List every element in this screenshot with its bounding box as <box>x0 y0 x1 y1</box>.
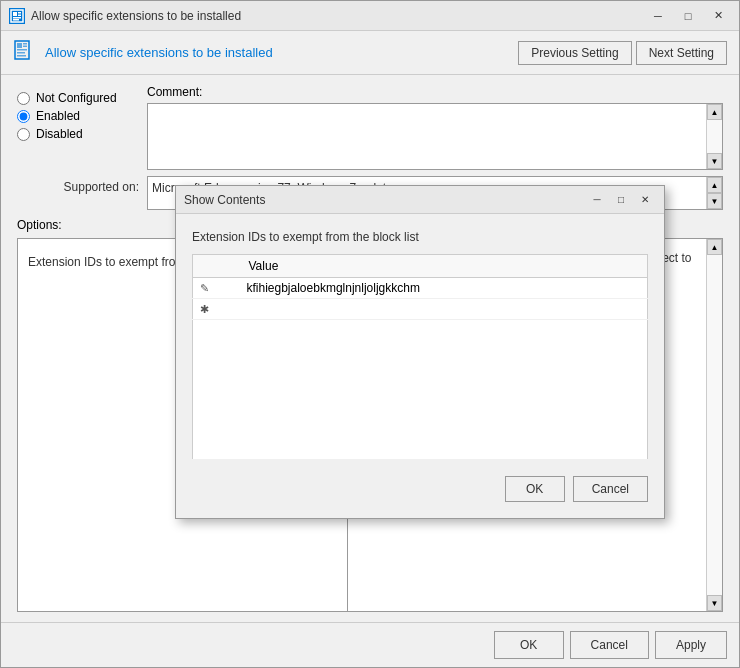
radio-comment-row: Not Configured Enabled Disabled Comment: <box>17 85 723 170</box>
supported-scrollbar: ▲ ▼ <box>706 177 722 209</box>
options-scroll-down[interactable]: ▼ <box>707 595 722 611</box>
pencil-icon-cell: ✎ <box>193 278 217 299</box>
next-setting-button[interactable]: Next Setting <box>636 41 727 65</box>
radio-not-configured[interactable]: Not Configured <box>17 91 147 105</box>
options-scroll-track <box>707 255 722 595</box>
svg-rect-12 <box>17 55 26 57</box>
radio-group: Not Configured Enabled Disabled <box>17 85 147 160</box>
radio-enabled-label: Enabled <box>36 109 80 123</box>
show-contents-dialog: Show Contents ─ □ ✕ Extension IDs to exe… <box>175 185 665 519</box>
radio-enabled-input[interactable] <box>17 110 30 123</box>
options-scroll-up[interactable]: ▲ <box>707 239 722 255</box>
table-col-icon-2 <box>217 255 241 278</box>
close-button[interactable]: ✕ <box>705 6 731 26</box>
svg-rect-11 <box>17 52 25 54</box>
cancel-button[interactable]: Cancel <box>570 631 649 659</box>
maximize-button[interactable]: □ <box>675 6 701 26</box>
header-icon <box>13 39 37 66</box>
dialog-content: Extension IDs to exempt from the block l… <box>176 214 664 518</box>
header-area: Allow specific extensions to be installe… <box>1 31 739 75</box>
table-row-2: ✱ <box>193 299 648 320</box>
comment-scroll-down[interactable]: ▼ <box>707 153 722 169</box>
ok-button[interactable]: OK <box>494 631 564 659</box>
title-bar: Allow specific extensions to be installe… <box>1 1 739 31</box>
table-empty-rows <box>193 320 648 460</box>
dialog-bottom-bar: OK Cancel <box>192 472 648 502</box>
comment-label: Comment: <box>147 85 723 99</box>
empty-cell-2 <box>217 299 241 320</box>
radio-enabled[interactable]: Enabled <box>17 109 147 123</box>
svg-rect-9 <box>23 46 27 48</box>
table-header-row: Value <box>193 255 648 278</box>
star-icon: ✱ <box>200 303 209 315</box>
contents-table: Value ✎ ✱ <box>192 254 648 460</box>
table-col-icon-1 <box>193 255 217 278</box>
dialog-subtitle: Extension IDs to exempt from the block l… <box>192 230 648 244</box>
dialog-close-button[interactable]: ✕ <box>634 191 656 209</box>
table-row: ✎ <box>193 278 648 299</box>
svg-rect-1 <box>13 12 17 16</box>
empty-cell-1 <box>217 278 241 299</box>
window-icon <box>9 8 25 24</box>
comment-section: Comment: ▲ ▼ <box>147 85 723 170</box>
comment-box: ▲ ▼ <box>147 103 723 170</box>
dialog-title-controls: ─ □ ✕ <box>586 191 656 209</box>
radio-disabled-input[interactable] <box>17 128 30 141</box>
table-col-value: Value <box>241 255 648 278</box>
apply-button[interactable]: Apply <box>655 631 727 659</box>
pencil-icon: ✎ <box>200 282 209 294</box>
comment-textarea[interactable] <box>148 104 706 169</box>
supported-scroll-up[interactable]: ▲ <box>707 177 722 193</box>
dialog-maximize-button[interactable]: □ <box>610 191 632 209</box>
header-left: Allow specific extensions to be installe… <box>13 39 273 66</box>
extension-id-input[interactable] <box>247 281 642 295</box>
options-scrollbar: ▲ ▼ <box>706 239 722 611</box>
table-empty-space <box>193 320 648 460</box>
header-buttons: Previous Setting Next Setting <box>518 41 727 65</box>
comment-scrollbar: ▲ ▼ <box>706 104 722 169</box>
value-cell-1[interactable] <box>241 278 648 299</box>
radio-disabled-label: Disabled <box>36 127 83 141</box>
radio-disabled[interactable]: Disabled <box>17 127 147 141</box>
bottom-bar: OK Cancel Apply <box>1 622 739 667</box>
svg-rect-2 <box>18 12 21 14</box>
previous-setting-button[interactable]: Previous Setting <box>518 41 631 65</box>
supported-scroll-down[interactable]: ▼ <box>707 193 722 209</box>
svg-rect-10 <box>17 49 27 51</box>
radio-not-configured-input[interactable] <box>17 92 30 105</box>
svg-rect-7 <box>17 43 22 48</box>
dialog-title: Show Contents <box>184 193 586 207</box>
comment-scroll-track <box>707 120 722 153</box>
dialog-ok-button[interactable]: OK <box>505 476 565 502</box>
title-controls: ─ □ ✕ <box>645 6 731 26</box>
dialog-title-bar: Show Contents ─ □ ✕ <box>176 186 664 214</box>
options-label: Options: <box>17 218 62 232</box>
table-body: ✎ ✱ <box>193 278 648 460</box>
svg-rect-8 <box>23 43 27 45</box>
extension-id-input-2[interactable] <box>247 302 642 316</box>
supported-label: Supported on: <box>17 176 147 210</box>
star-icon-cell: ✱ <box>193 299 217 320</box>
value-cell-2[interactable] <box>241 299 648 320</box>
radio-not-configured-label: Not Configured <box>36 91 117 105</box>
dialog-minimize-button[interactable]: ─ <box>586 191 608 209</box>
minimize-button[interactable]: ─ <box>645 6 671 26</box>
svg-rect-5 <box>13 19 19 21</box>
comment-scroll-up[interactable]: ▲ <box>707 104 722 120</box>
dialog-cancel-button[interactable]: Cancel <box>573 476 648 502</box>
svg-rect-4 <box>13 17 21 19</box>
header-title: Allow specific extensions to be installe… <box>45 45 273 60</box>
window-title: Allow specific extensions to be installe… <box>31 9 645 23</box>
svg-rect-3 <box>18 14 21 16</box>
